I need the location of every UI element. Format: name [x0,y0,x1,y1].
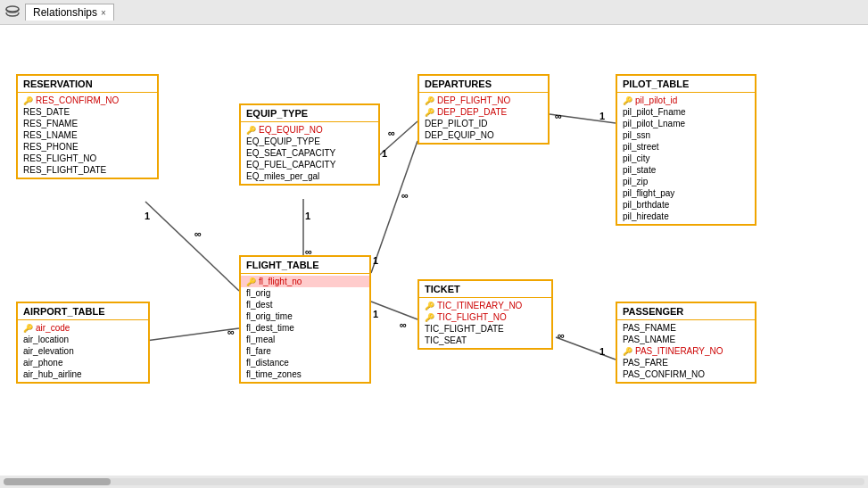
field-air-elevation: air_elevation [18,345,148,357]
field-eq-fuel-cap: EQ_FUEL_CAPACITY [241,159,378,170]
field-dep-pilot-id: DEP_PILOT_ID [419,118,548,129]
ticket-table-header: TICKET [419,281,551,298]
field-pas-fname: PAS_FNAME [617,322,755,334]
field-dep-flight-no: 🔑DEP_FLIGHT_NO [419,95,548,106]
close-icon[interactable]: × [101,8,106,18]
horizontal-scrollbar[interactable] [0,476,868,488]
db-icon [5,5,20,20]
cardinality-label: 1 [373,309,378,319]
passenger-table-header: PASSENGER [617,303,755,320]
reservation-table-header: RESERVATION [18,76,157,93]
field-pil-city: pil_city [617,153,755,164]
cardinality-label: 1 [305,211,310,221]
field-air-hub-airline: air_hub_airline [18,368,148,380]
cardinality-label: 1 [382,148,387,159]
field-eq-seat-cap: EQ_SEAT_CAPACITY [241,147,378,159]
equip-type-table: EQUIP_TYPE 🔑EQ_EQUIP_NO EQ_EQUIP_TYPE EQ… [239,103,380,186]
field-res-fname: RES_FNAME [18,118,157,129]
svg-line-6 [556,337,616,360]
field-pil-brthdate: pil_brthdate [617,199,755,211]
scrollbar-track [4,478,864,485]
field-res-lname: RES_LNAME [18,129,157,141]
flight-table: FLIGHT_TABLE 🔑fl_flight_no fl_orig fl_de… [239,255,371,384]
field-pil-pilot-id: 🔑pil_pilot_id [617,95,755,106]
field-air-phone: air_phone [18,357,148,368]
field-tic-seat: TIC_SEAT [419,335,551,346]
field-pas-confirm-no: PAS_CONFIRM_NO [617,368,755,380]
title-tab[interactable]: Relationships × [25,4,114,21]
passenger-table: PASSENGER PAS_FNAME PAS_LNAME 🔑PAS_ITINE… [616,302,756,384]
cardinality-label: ∞ [558,330,565,341]
field-pas-lname: PAS_LNAME [617,334,755,345]
field-res-date: RES_DATE [18,106,157,118]
field-fl-dest: fl_dest [241,299,369,310]
field-air-location: air_location [18,334,148,345]
title-bar: Relationships × [0,0,868,25]
pilot-table: PILOT_TABLE 🔑pil_pilot_id pil_pilot_Fnam… [616,74,756,226]
field-fl-dest-time: fl_dest_time [241,322,369,334]
departures-table-header: DEPARTURES [419,76,548,93]
field-tic-itinerary-no: 🔑TIC_ITINERARY_NO [419,300,551,311]
field-eq-equip-no: 🔑EQ_EQUIP_NO [241,124,378,136]
field-pil-fname: pil_pilot_Fname [617,106,755,118]
field-fl-orig-time: fl_orig_time [241,310,369,322]
field-eq-equip-type: EQ_EQUIP_TYPE [241,136,378,147]
field-pil-lname: pil_pilot_Lname [617,118,755,129]
field-pil-zip: pil_zip [617,176,755,187]
field-res-flight-no: RES_FLIGHT_NO [18,153,157,164]
svg-line-1 [145,202,239,291]
field-eq-miles-gal: EQ_miles_per_gal [241,170,378,182]
pilot-table-header: PILOT_TABLE [617,76,755,93]
cardinality-label: ∞ [194,228,202,239]
field-fl-orig: fl_orig [241,287,369,299]
cardinality-label: 1 [599,346,605,357]
equip-type-table-header: EQUIP_TYPE [241,105,378,122]
reservation-table: RESERVATION 🔑RES_CONFIRM_NO RES_DATE RES… [16,74,159,179]
field-fl-distance: fl_distance [241,357,369,368]
field-pil-flight-pay: pil_flight_pay [617,187,755,199]
svg-point-0 [6,6,19,12]
scrollbar-thumb[interactable] [4,478,111,485]
cardinality-label: 1 [373,255,378,266]
field-res-confirm-no: 🔑RES_CONFIRM_NO [18,95,157,106]
field-fl-fare: fl_fare [241,345,369,357]
svg-line-7 [139,328,239,342]
ticket-table: TICKET 🔑TIC_ITINERARY_NO 🔑TIC_FLIGHT_NO … [417,279,553,350]
airport-table-header: AIRPORT_TABLE [18,303,148,320]
field-dep-equip-no: DEP_EQUIP_NO [419,129,548,141]
field-fl-flight-no: 🔑fl_flight_no [241,276,369,287]
field-res-flight-date: RES_FLIGHT_DATE [18,164,157,176]
field-tic-flight-date: TIC_FLIGHT_DATE [419,323,551,335]
field-pas-itinerary-no: 🔑PAS_ITINERARY_NO [617,345,755,357]
field-pil-street: pil_street [617,141,755,153]
cardinality-label: ∞ [400,319,407,330]
field-air-code: 🔑air_code [18,322,148,334]
field-fl-time-zones: fl_time_zones [241,368,369,380]
cardinality-label: ∞ [388,128,395,138]
cardinality-label: ∞ [401,190,409,201]
cardinality-label: 1 [599,111,605,121]
departures-table: DEPARTURES 🔑DEP_FLIGHT_NO 🔑DEP_DEP_DATE … [417,74,550,145]
cardinality-label: ∞ [555,111,562,121]
field-dep-dep-date: 🔑DEP_DEP_DATE [419,106,548,118]
flight-table-header: FLIGHT_TABLE [241,257,369,274]
field-pil-state: pil_state [617,164,755,176]
canvas: ∞ 1 ∞ 1 1 ∞ 1 ∞ ∞ 1 ∞ 1 1 ∞ 1 ∞ RESERVAT… [0,25,868,488]
field-pil-ssn: pil_ssn [617,129,755,141]
field-pil-hiredate: pil_hiredate [617,211,755,222]
field-res-phone: RES_PHONE [18,141,157,153]
tab-label: Relationships [33,6,97,19]
field-fl-meal: fl_meal [241,334,369,345]
airport-table: AIRPORT_TABLE 🔑air_code air_location air… [16,302,150,384]
field-pas-fare: PAS_FARE [617,357,755,368]
field-tic-flight-no: 🔑TIC_FLIGHT_NO [419,311,551,323]
cardinality-label: 1 [145,211,150,221]
cardinality-label: ∞ [227,327,235,337]
